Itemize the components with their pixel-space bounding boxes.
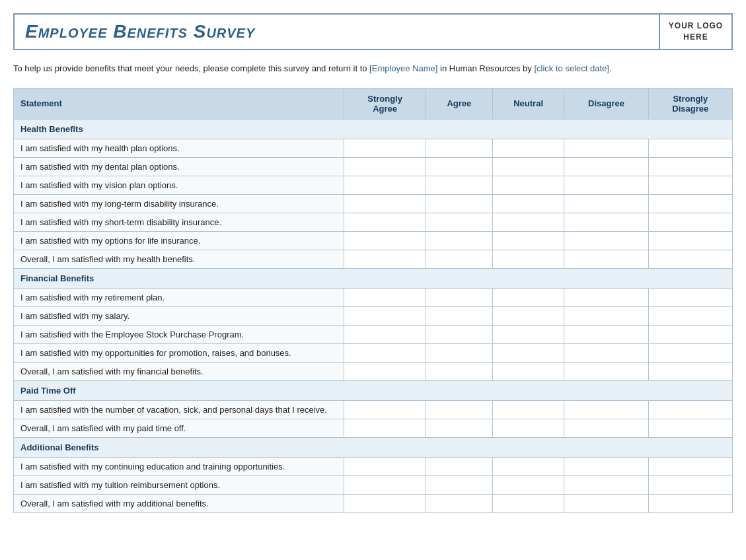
statement-cell: I am satisfied with the Employee Stock P… — [14, 325, 344, 343]
logo-area: YOUR LOGOHERE — [659, 15, 731, 49]
title-area: Employee Benefits Survey — [15, 15, 659, 49]
response-cell-agree[interactable] — [426, 362, 492, 380]
response-cell-strongly-agree[interactable] — [344, 400, 426, 419]
response-cell-neutral[interactable] — [492, 250, 564, 268]
response-cell-strongly-agree[interactable] — [344, 231, 426, 250]
response-cell-strongly-disagree[interactable] — [648, 400, 732, 419]
response-cell-strongly-disagree[interactable] — [648, 250, 732, 268]
response-cell-neutral[interactable] — [492, 400, 564, 419]
response-cell-strongly-disagree[interactable] — [648, 288, 732, 306]
response-cell-disagree[interactable] — [564, 306, 648, 325]
response-cell-disagree[interactable] — [564, 176, 648, 194]
response-cell-neutral[interactable] — [492, 194, 564, 213]
response-cell-agree[interactable] — [426, 419, 492, 437]
response-cell-agree[interactable] — [426, 325, 492, 343]
response-cell-agree[interactable] — [426, 213, 492, 231]
response-cell-disagree[interactable] — [564, 231, 648, 250]
response-cell-strongly-agree[interactable] — [344, 362, 426, 380]
table-row: I am satisfied with my health plan optio… — [14, 139, 733, 157]
response-cell-strongly-agree[interactable] — [344, 194, 426, 213]
response-cell-strongly-disagree[interactable] — [648, 157, 732, 176]
response-cell-disagree[interactable] — [564, 213, 648, 231]
response-cell-disagree[interactable] — [564, 139, 648, 157]
response-cell-disagree[interactable] — [564, 400, 648, 419]
date-placeholder[interactable]: [click to select date] — [534, 63, 609, 73]
response-cell-neutral[interactable] — [492, 475, 564, 494]
response-cell-neutral[interactable] — [492, 494, 564, 512]
section-header-row: Additional Benefits — [14, 437, 733, 457]
response-cell-disagree[interactable] — [564, 494, 648, 512]
response-cell-strongly-disagree[interactable] — [648, 231, 732, 250]
response-cell-agree[interactable] — [426, 250, 492, 268]
response-cell-strongly-agree[interactable] — [344, 213, 426, 231]
response-cell-agree[interactable] — [426, 194, 492, 213]
response-cell-agree[interactable] — [426, 494, 492, 512]
response-cell-strongly-agree[interactable] — [344, 250, 426, 268]
response-cell-disagree[interactable] — [564, 475, 648, 494]
response-cell-agree[interactable] — [426, 475, 492, 494]
response-cell-agree[interactable] — [426, 288, 492, 306]
response-cell-strongly-agree[interactable] — [344, 139, 426, 157]
response-cell-disagree[interactable] — [564, 288, 648, 306]
statement-cell: Overall, I am satisfied with my health b… — [14, 250, 344, 268]
response-cell-neutral[interactable] — [492, 157, 564, 176]
response-cell-disagree[interactable] — [564, 419, 648, 437]
response-cell-disagree[interactable] — [564, 325, 648, 343]
intro-after: . — [609, 63, 612, 73]
response-cell-neutral[interactable] — [492, 176, 564, 194]
response-cell-neutral[interactable] — [492, 139, 564, 157]
response-cell-neutral[interactable] — [492, 231, 564, 250]
response-cell-strongly-disagree[interactable] — [648, 494, 732, 512]
response-cell-strongly-disagree[interactable] — [648, 419, 732, 437]
response-cell-neutral[interactable] — [492, 362, 564, 380]
response-cell-strongly-disagree[interactable] — [648, 213, 732, 231]
response-cell-disagree[interactable] — [564, 157, 648, 176]
response-cell-strongly-agree[interactable] — [344, 306, 426, 325]
response-cell-strongly-agree[interactable] — [344, 494, 426, 512]
response-cell-strongly-agree[interactable] — [344, 288, 426, 306]
response-cell-agree[interactable] — [426, 343, 492, 362]
response-cell-neutral[interactable] — [492, 343, 564, 362]
response-cell-disagree[interactable] — [564, 362, 648, 380]
response-cell-strongly-disagree[interactable] — [648, 325, 732, 343]
response-cell-disagree[interactable] — [564, 194, 648, 213]
response-cell-agree[interactable] — [426, 231, 492, 250]
table-row: Overall, I am satisfied with my addition… — [14, 494, 733, 512]
response-cell-neutral[interactable] — [492, 306, 564, 325]
response-cell-strongly-agree[interactable] — [344, 343, 426, 362]
response-cell-strongly-disagree[interactable] — [648, 176, 732, 194]
response-cell-agree[interactable] — [426, 176, 492, 194]
statement-cell: I am satisfied with my tuition reimburse… — [14, 475, 344, 494]
response-cell-agree[interactable] — [426, 400, 492, 419]
response-cell-disagree[interactable] — [564, 250, 648, 268]
response-cell-strongly-agree[interactable] — [344, 475, 426, 494]
response-cell-neutral[interactable] — [492, 325, 564, 343]
section-title: Additional Benefits — [14, 437, 733, 457]
response-cell-neutral[interactable] — [492, 213, 564, 231]
response-cell-strongly-agree[interactable] — [344, 157, 426, 176]
response-cell-agree[interactable] — [426, 139, 492, 157]
response-cell-strongly-agree[interactable] — [344, 176, 426, 194]
response-cell-strongly-agree[interactable] — [344, 325, 426, 343]
response-cell-strongly-disagree[interactable] — [648, 139, 732, 157]
response-cell-agree[interactable] — [426, 306, 492, 325]
response-cell-agree[interactable] — [426, 457, 492, 475]
response-cell-neutral[interactable] — [492, 288, 564, 306]
response-cell-neutral[interactable] — [492, 419, 564, 437]
response-cell-strongly-agree[interactable] — [344, 457, 426, 475]
response-cell-disagree[interactable] — [564, 343, 648, 362]
response-cell-strongly-disagree[interactable] — [648, 194, 732, 213]
response-cell-strongly-disagree[interactable] — [648, 306, 732, 325]
section-header-row: Health Benefits — [14, 119, 733, 139]
response-cell-disagree[interactable] — [564, 457, 648, 475]
section-title: Paid Time Off — [14, 380, 733, 400]
response-cell-strongly-disagree[interactable] — [648, 343, 732, 362]
response-cell-strongly-agree[interactable] — [344, 419, 426, 437]
response-cell-agree[interactable] — [426, 157, 492, 176]
response-cell-neutral[interactable] — [492, 457, 564, 475]
response-cell-strongly-disagree[interactable] — [648, 457, 732, 475]
response-cell-strongly-disagree[interactable] — [648, 475, 732, 494]
table-row: Overall, I am satisfied with my health b… — [14, 250, 733, 268]
response-cell-strongly-disagree[interactable] — [648, 362, 732, 380]
statement-cell: I am satisfied with my salary. — [14, 306, 344, 325]
